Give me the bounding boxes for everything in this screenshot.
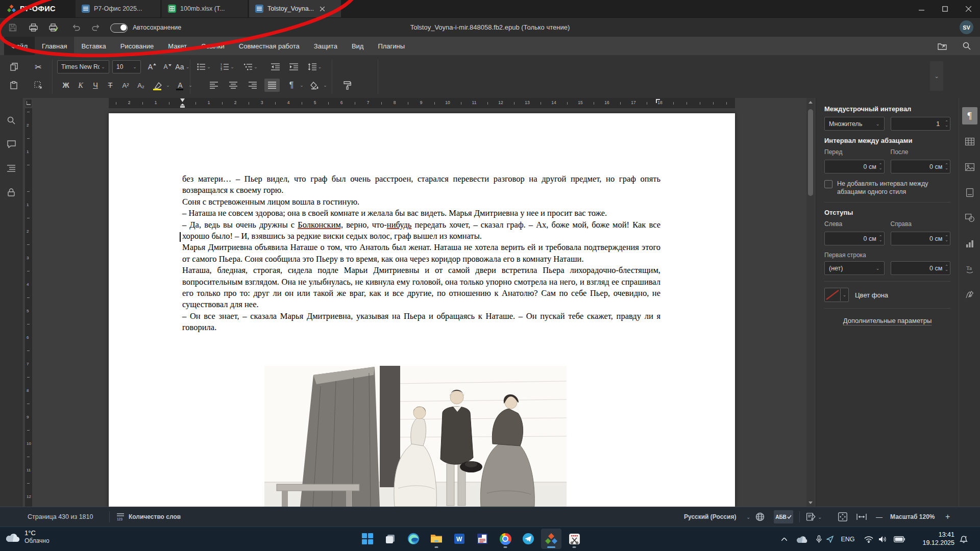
scrollbar-thumb[interactable]: [808, 109, 813, 196]
paragraph[interactable]: Марья Дмитриевна объявила Наташе о том, …: [182, 242, 660, 265]
menu-home[interactable]: Главная: [35, 37, 74, 55]
document-language-icon[interactable]: [755, 507, 765, 527]
shape-settings-tab[interactable]: [962, 209, 977, 227]
fit-page-icon[interactable]: [838, 507, 847, 527]
document-text[interactable]: без матери… – Пьер видел, что граф был о…: [182, 173, 660, 334]
multilevel-list-button[interactable]: ⌄: [243, 60, 260, 73]
paragraph[interactable]: Наташа, бледная, строгая, сидела подле М…: [182, 265, 660, 311]
document-page[interactable]: без матери… – Пьер видел, что граф был о…: [109, 113, 735, 507]
search-icon[interactable]: [6, 115, 17, 126]
battery-icon[interactable]: [891, 527, 908, 551]
menu-plugins[interactable]: Плагины: [371, 37, 412, 55]
superscript-button[interactable]: А²: [118, 79, 133, 92]
edge-icon[interactable]: [403, 529, 424, 549]
copy-icon[interactable]: [6, 60, 21, 73]
align-justify-button[interactable]: [264, 79, 280, 92]
nonprinting-characters-button[interactable]: ¶: [285, 79, 298, 92]
header-footer-settings-tab[interactable]: [962, 184, 977, 201]
vertical-scrollbar[interactable]: [806, 98, 815, 507]
change-case-button[interactable]: Аа⌄: [176, 60, 191, 73]
underline-button[interactable]: Ч: [89, 79, 102, 92]
file-explorer-icon[interactable]: [426, 529, 447, 549]
paste-icon[interactable]: [6, 79, 21, 92]
telegram-icon[interactable]: [518, 529, 538, 549]
menu-collaboration[interactable]: Совместная работа: [232, 37, 307, 55]
navigation-headings-icon[interactable]: [6, 163, 17, 174]
microphone-indicator-icon[interactable]: [813, 527, 825, 551]
chrome-icon[interactable]: [495, 529, 516, 549]
chevron-down-icon[interactable]: ⌄: [187, 79, 194, 92]
word-count-icon[interactable]: 123: [116, 507, 125, 527]
minimize-button[interactable]: [910, 0, 933, 17]
tab-stop-selector[interactable]: [25, 99, 32, 107]
notifications-bell-icon[interactable]: z: [955, 527, 972, 551]
maximize-button[interactable]: [933, 0, 957, 17]
text-editor-icon[interactable]: [472, 529, 493, 549]
save-icon[interactable]: [6, 21, 19, 34]
clock[interactable]: 13:41 19.12.2025: [912, 531, 954, 547]
input-language[interactable]: ENG: [838, 527, 857, 551]
word-count-label[interactable]: Количество слов: [129, 507, 181, 527]
paragraph[interactable]: – Он все знает, – сказала Марья Дмитриев…: [182, 311, 660, 334]
first-line-select[interactable]: (нет)⌄: [824, 261, 885, 275]
advanced-settings-link[interactable]: Дополнительные параметры: [843, 317, 932, 325]
spacing-after-input[interactable]: 0 см ⌃⌄: [891, 160, 951, 173]
paragraph[interactable]: Соня с встревоженным лицом вошла в гости…: [182, 196, 660, 208]
increase-font-button[interactable]: А: [145, 60, 159, 73]
highlight-color-button[interactable]: [151, 79, 164, 92]
zoom-level[interactable]: Масштаб 120%: [890, 507, 935, 527]
horizontal-ruler[interactable]: 21123456789101112131415161718: [109, 98, 735, 108]
chevron-down-icon[interactable]: ⌄: [322, 79, 329, 92]
page-indicator[interactable]: Страница 430 из 1810: [28, 507, 93, 527]
tab-close-icon[interactable]: [320, 7, 325, 11]
snipping-tool-icon[interactable]: [564, 529, 584, 549]
table-settings-tab[interactable]: [962, 133, 977, 150]
right-indent-input[interactable]: 0 см ⌃⌄: [891, 232, 951, 245]
font-name-select[interactable]: Times New Ro⌄: [57, 60, 109, 73]
shading-button[interactable]: [307, 79, 322, 92]
bullet-list-button[interactable]: ⌄: [196, 60, 213, 73]
spin-down-icon[interactable]: ⌄: [945, 268, 948, 271]
fit-width-icon[interactable]: [856, 507, 867, 527]
tab-spreadsheet[interactable]: 100mb.xlsx (Т...: [162, 0, 248, 17]
chevron-down-icon[interactable]: ⌄: [746, 507, 750, 527]
decrease-indent-button[interactable]: [267, 60, 283, 73]
open-file-location-icon[interactable]: [932, 37, 952, 55]
task-view-icon[interactable]: [380, 529, 401, 549]
weather-widget[interactable]: 1°C Облачно: [5, 529, 50, 545]
undo-icon[interactable]: [69, 21, 83, 34]
scroll-up-icon[interactable]: [806, 98, 815, 106]
align-right-button[interactable]: [245, 79, 260, 92]
styles-gallery-expand-button[interactable]: ⌄: [930, 61, 943, 91]
paragraph[interactable]: – Да, ведь вы очень дружны с Болконским,…: [182, 219, 660, 242]
menu-layout[interactable]: Макет: [161, 37, 194, 55]
comments-icon[interactable]: [6, 138, 17, 149]
spin-down-icon[interactable]: ⌄: [879, 239, 883, 242]
spacing-before-input[interactable]: 0 см ⌃⌄: [824, 160, 885, 173]
strikethrough-button[interactable]: Т: [104, 79, 117, 92]
spin-down-icon[interactable]: ⌄: [879, 167, 883, 170]
zoom-in-button[interactable]: +: [945, 507, 950, 527]
background-color-picker[interactable]: ⌄: [824, 288, 849, 302]
line-spacing-button[interactable]: ⌄: [306, 60, 325, 73]
volume-icon[interactable]: [876, 527, 890, 551]
lock-icon[interactable]: [6, 187, 17, 198]
spin-down-icon[interactable]: ⌄: [945, 167, 948, 170]
spin-down-icon[interactable]: ⌄: [945, 124, 948, 127]
menu-view[interactable]: Вид: [345, 37, 371, 55]
line-spacing-select[interactable]: Множитель⌄: [824, 117, 885, 131]
align-left-button[interactable]: [206, 79, 222, 92]
format-painter-button[interactable]: [339, 79, 355, 92]
onedrive-icon[interactable]: [794, 527, 810, 551]
track-changes-icon[interactable]: [806, 507, 816, 527]
increase-indent-button[interactable]: [286, 60, 301, 73]
select-all-icon[interactable]: [31, 79, 46, 92]
search-icon[interactable]: [957, 37, 977, 55]
start-button[interactable]: [357, 529, 378, 549]
quick-print-icon[interactable]: [47, 21, 60, 34]
menu-references[interactable]: Ссылки: [194, 37, 232, 55]
language-indicator[interactable]: Русский (Россия): [684, 507, 736, 527]
chart-settings-tab[interactable]: [962, 235, 977, 252]
print-icon[interactable]: [27, 21, 40, 34]
tray-expand-icon[interactable]: [777, 527, 791, 551]
